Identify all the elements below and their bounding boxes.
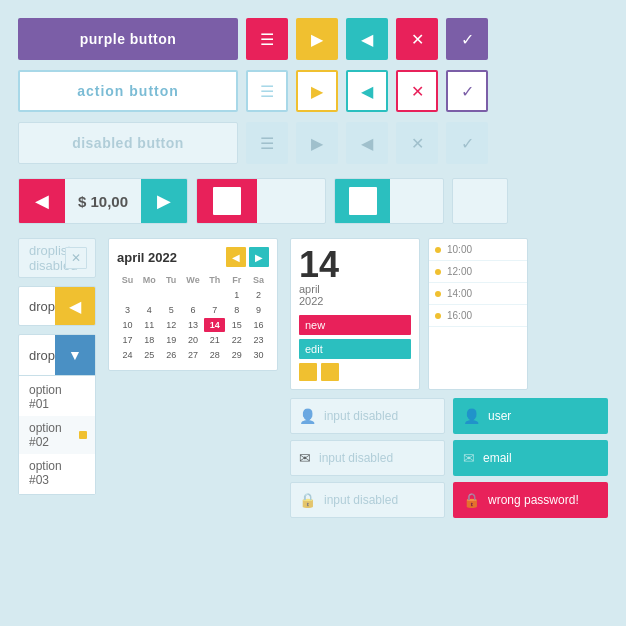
cal-day[interactable]: 13 bbox=[183, 318, 204, 332]
input-disabled-password: 🔒 input disabled bbox=[290, 482, 445, 518]
cal-day[interactable]: 27 bbox=[183, 348, 204, 362]
date-edit-btn[interactable]: edit bbox=[299, 339, 411, 359]
time-row: 10:00 bbox=[429, 239, 527, 261]
cal-day[interactable]: 22 bbox=[226, 333, 247, 347]
input-error-label: wrong password! bbox=[488, 493, 579, 507]
droplist-2-arrow[interactable]: ▼ bbox=[55, 335, 95, 375]
toggle-teal[interactable] bbox=[334, 178, 444, 224]
stepper-decrement[interactable]: ◀ bbox=[19, 178, 65, 224]
cal-day[interactable]: 9 bbox=[248, 303, 269, 317]
cal-day[interactable]: 8 bbox=[226, 303, 247, 317]
cal-day[interactable]: 12 bbox=[161, 318, 182, 332]
disabled-button: disabled button bbox=[18, 122, 238, 164]
input-disabled-label-1: input disabled bbox=[324, 409, 398, 423]
input-email[interactable]: ✉ email bbox=[453, 440, 608, 476]
cal-day[interactable]: 21 bbox=[204, 333, 225, 347]
action-button[interactable]: action button bbox=[18, 70, 238, 112]
list-item[interactable]: option #01 bbox=[19, 378, 95, 416]
cal-day[interactable]: 24 bbox=[117, 348, 138, 362]
back-icon-btn-2[interactable]: ◀ bbox=[346, 70, 388, 112]
back-icon-btn-1[interactable]: ◀ bbox=[346, 18, 388, 60]
cal-day[interactable]: 18 bbox=[139, 333, 160, 347]
play-icon-btn-2[interactable]: ▶ bbox=[296, 70, 338, 112]
time-label: 14:00 bbox=[447, 288, 472, 299]
droplist-2[interactable]: droplist ▼ option #01 option #02 option … bbox=[18, 334, 96, 495]
time-row: 12:00 bbox=[429, 261, 527, 283]
date-month-year: april 2022 bbox=[299, 283, 411, 307]
time-dot bbox=[435, 269, 441, 275]
row-purple: purple button ☰ ▶ ◀ ✕ ✓ bbox=[18, 18, 608, 60]
cal-day[interactable]: 5 bbox=[161, 303, 182, 317]
cal-day[interactable]: 2 bbox=[248, 288, 269, 302]
cal-day bbox=[117, 288, 138, 302]
toggle-square bbox=[213, 187, 241, 215]
stepper-value: $ 10,00 bbox=[65, 193, 141, 210]
cal-day[interactable]: 19 bbox=[161, 333, 182, 347]
droplist-1[interactable]: droplist ◀ bbox=[18, 286, 96, 326]
input-disabled-label-2: input disabled bbox=[319, 451, 393, 465]
menu-icon-btn-2[interactable]: ☰ bbox=[246, 70, 288, 112]
cal-day-header: Sa bbox=[248, 273, 269, 287]
cal-day[interactable]: 23 bbox=[248, 333, 269, 347]
list-item[interactable]: option #02 bbox=[19, 416, 95, 454]
time-label: 12:00 bbox=[447, 266, 472, 277]
input-email-label: email bbox=[483, 451, 512, 465]
droplist-column: droplist disabled ✕ droplist ◀ droplist … bbox=[18, 238, 96, 518]
cal-next-btn[interactable]: ▶ bbox=[249, 247, 269, 267]
close-icon-btn-1[interactable]: ✕ bbox=[396, 18, 438, 60]
check-icon-btn-1[interactable]: ✓ bbox=[446, 18, 488, 60]
back-icon-btn-disabled: ◀ bbox=[346, 122, 388, 164]
cal-day[interactable]: 11 bbox=[139, 318, 160, 332]
stepper-increment[interactable]: ▶ bbox=[141, 178, 187, 224]
date-card: 14 april 2022 new edit bbox=[290, 238, 420, 390]
input-password-error[interactable]: 🔒 wrong password! bbox=[453, 482, 608, 518]
purple-button[interactable]: purple button bbox=[18, 18, 238, 60]
cal-day[interactable]: 20 bbox=[183, 333, 204, 347]
check-icon-btn-2[interactable]: ✓ bbox=[446, 70, 488, 112]
droplist-close-icon[interactable]: ✕ bbox=[65, 247, 87, 269]
cal-day[interactable]: 17 bbox=[117, 333, 138, 347]
cal-day[interactable]: 4 bbox=[139, 303, 160, 317]
cal-day-header: We bbox=[183, 273, 204, 287]
cal-day[interactable]: 30 bbox=[248, 348, 269, 362]
droplist-2-header[interactable]: droplist ▼ bbox=[19, 335, 95, 375]
calendar-title: april 2022 bbox=[117, 250, 177, 265]
time-label: 16:00 bbox=[447, 310, 472, 321]
check-icon-btn-disabled: ✓ bbox=[446, 122, 488, 164]
cal-day bbox=[139, 288, 160, 302]
stepper: ◀ $ 10,00 ▶ bbox=[18, 178, 188, 224]
list-item[interactable]: option #03 bbox=[19, 454, 95, 492]
cal-day[interactable]: 29 bbox=[226, 348, 247, 362]
cal-prev-btn[interactable]: ◀ bbox=[226, 247, 246, 267]
calendar: april 2022 ◀ ▶ Su Mo Tu We Th Fr Sa bbox=[108, 238, 278, 371]
cal-day[interactable]: 15 bbox=[226, 318, 247, 332]
cal-day[interactable]: 25 bbox=[139, 348, 160, 362]
cal-day-today[interactable]: 14 bbox=[204, 318, 225, 332]
menu-icon-btn-1[interactable]: ☰ bbox=[246, 18, 288, 60]
menu-icon-btn-disabled: ☰ bbox=[246, 122, 288, 164]
cal-day bbox=[204, 288, 225, 302]
cal-day[interactable]: 26 bbox=[161, 348, 182, 362]
inputs-disabled-col: 👤 input disabled ✉ input disabled 🔒 inpu… bbox=[290, 398, 445, 518]
bottom-section: droplist disabled ✕ droplist ◀ droplist … bbox=[18, 238, 608, 518]
user-active-icon: 👤 bbox=[463, 408, 480, 424]
date-new-btn[interactable]: new bbox=[299, 315, 411, 335]
cal-day[interactable]: 3 bbox=[117, 303, 138, 317]
cal-day[interactable]: 1 bbox=[226, 288, 247, 302]
toggle-pink[interactable] bbox=[196, 178, 326, 224]
play-icon-btn-1[interactable]: ▶ bbox=[296, 18, 338, 60]
stepper-row: ◀ $ 10,00 ▶ bbox=[18, 178, 608, 224]
input-disabled-label-3: input disabled bbox=[324, 493, 398, 507]
cal-day[interactable]: 10 bbox=[117, 318, 138, 332]
toggle-small[interactable] bbox=[452, 178, 508, 224]
cal-day[interactable]: 28 bbox=[204, 348, 225, 362]
input-user[interactable]: 👤 user bbox=[453, 398, 608, 434]
cal-day[interactable]: 6 bbox=[183, 303, 204, 317]
close-icon-btn-2[interactable]: ✕ bbox=[396, 70, 438, 112]
date-icon-1 bbox=[299, 363, 317, 381]
input-disabled-email: ✉ input disabled bbox=[290, 440, 445, 476]
email-icon: ✉ bbox=[299, 450, 311, 466]
cal-day[interactable]: 7 bbox=[204, 303, 225, 317]
cal-day[interactable]: 16 bbox=[248, 318, 269, 332]
droplist-1-arrow[interactable]: ◀ bbox=[55, 287, 95, 325]
